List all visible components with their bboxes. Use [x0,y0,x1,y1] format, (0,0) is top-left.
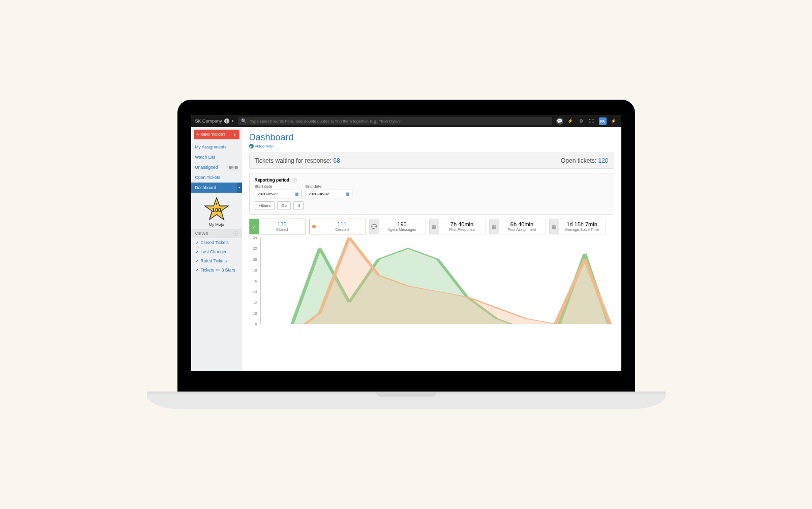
notification-badge: 1 [224,118,229,124]
avatar[interactable]: PA [599,117,607,125]
card-icon: 💬 [370,219,379,234]
waiting-value[interactable]: 68 [333,157,340,164]
topbar-icons: 💬 ⚡ ⚙ ⛶ PA ⚡ [556,117,617,125]
sidebar-item-open-tickets[interactable]: Open Tickets [191,172,242,183]
help-icon[interactable]: ? [233,231,238,236]
open-label: Open tickets: [561,157,598,164]
sidebar: +NEW TICKET ▼ My Assignments Watch List … [191,127,242,371]
y-tick: 10 [253,311,257,315]
video-help-link[interactable]: ▶video help [249,144,614,148]
help-icon[interactable]: ? [292,178,297,183]
views-header-label: VIEWS [195,231,208,236]
star-icon: 100 [204,197,229,221]
stat-card[interactable]: ▦6h 40minFirst Assignment [489,219,546,234]
view-item-last-changed[interactable]: ↗Last Changed [191,247,242,256]
sidebar-item-label: Unassigned [195,165,218,170]
external-link-icon: ↗ [195,268,199,273]
mojo-widget: 100 My Mojo [191,193,242,229]
card-value: 7h 40min [443,221,482,227]
stats-bar: Tickets waiting for response: 68 Open ti… [249,153,614,169]
end-date-input[interactable] [306,190,344,198]
bezel: SK Company 1 ▼ 🔍 💬 ⚡ ⚙ ⛶ PA ⚡ +NEW TICKE… [177,100,635,392]
stat-card[interactable]: 💬190Agent Messages [369,219,426,234]
chart-svg [261,237,614,324]
stat-cards: ✓135Closed111Created💬190Agent Messages▦7… [249,219,614,234]
stat-card[interactable]: 111Created [309,219,366,234]
go-button[interactable]: Go [277,201,291,210]
waiting-label: Tickets waiting for response: [255,157,334,164]
start-date-col: Start date ▦ [255,184,302,198]
page-header: Dashboard ▶video help [242,127,621,153]
card-icon: ▦ [550,219,559,234]
start-date-label: Start date [255,184,302,189]
chart-plot [260,237,614,324]
reporting-period-box: Reporting period:? Start date ▦ End date… [249,173,614,215]
new-ticket-label: NEW TICKET [200,132,225,137]
card-value: 111 [323,221,362,227]
view-label: Last Changed [201,249,228,254]
expand-icon[interactable]: ⛶ [588,117,595,125]
y-tick: 8 [255,322,257,326]
play-icon: ▶ [249,144,254,148]
company-selector[interactable]: SK Company 1 ▼ [195,118,234,124]
search-bar: 🔍 [238,117,552,125]
sidebar-item-label: Watch List [195,155,215,160]
filters-button[interactable]: +filters [255,201,275,210]
search-input[interactable] [250,119,549,124]
open-stat: Open tickets: 120 [561,157,608,164]
open-value[interactable]: 120 [598,157,608,164]
card-icon: ▦ [490,219,499,234]
date-row: Start date ▦ End date ▦ [255,184,609,198]
sidebar-item-watchlist[interactable]: Watch List [191,152,242,162]
view-item-lowstars[interactable]: ↗Tickets <= 3 Stars [191,265,242,275]
bolt-icon[interactable]: ⚡ [610,117,617,125]
plus-icon: + [197,132,199,137]
calendar-icon[interactable]: ▦ [293,190,302,198]
new-ticket-button[interactable]: +NEW TICKET ▼ [194,130,239,139]
app-body: +NEW TICKET ▼ My Assignments Watch List … [191,127,621,371]
calendar-icon[interactable]: ▦ [344,190,352,198]
search-icon: 🔍 [241,118,247,124]
view-item-closed[interactable]: ↗Closed Tickets [191,238,242,247]
y-tick: 16 [253,279,257,283]
card-value: 135 [263,221,302,227]
company-name: SK Company [195,118,222,124]
card-label: Closed [263,227,302,232]
y-tick: 22 [253,247,257,250]
period-label-text: Reporting period: [255,177,291,183]
external-link-icon: ↗ [195,259,199,263]
chevron-down-icon[interactable]: ▾ [237,183,242,193]
card-icon: ▦ [430,219,439,234]
laptop-frame: SK Company 1 ▼ 🔍 💬 ⚡ ⚙ ⛶ PA ⚡ +NEW TICKE… [177,100,635,409]
y-tick: 24 [253,236,257,239]
chat-icon[interactable]: 💬 [556,117,563,125]
main-content: Dashboard ▶video help Tickets waiting fo… [242,127,621,371]
view-item-rated[interactable]: ↗Rated Tickets [191,256,242,265]
sidebar-item-dashboard[interactable]: Dashboard▾ [191,183,242,193]
page-title: Dashboard [249,132,614,143]
stat-card[interactable]: ✓135Closed [249,219,306,234]
topbar: SK Company 1 ▼ 🔍 💬 ⚡ ⚙ ⛶ PA ⚡ [191,115,621,127]
download-button[interactable]: ⬇ [293,201,304,210]
y-axis: 81012141618202224 [249,237,259,324]
laptop-base [147,392,666,409]
stat-card[interactable]: ▦7h 40minFirst Response [429,219,486,234]
screen: SK Company 1 ▼ 🔍 💬 ⚡ ⚙ ⛶ PA ⚡ +NEW TICKE… [191,115,621,371]
view-label: Tickets <= 3 Stars [201,267,235,273]
svg-text:100: 100 [212,207,221,213]
sidebar-item-unassigned[interactable]: Unassigned10 [191,162,242,172]
filter-button-row: +filters Go ⬇ [255,201,609,210]
card-label: Agent Messages [383,227,422,232]
flame-icon[interactable]: ⚡ [567,117,574,125]
end-date-col: End date ▦ [306,184,352,198]
start-date-input[interactable] [255,190,293,198]
chevron-down-icon: ▼ [231,119,234,123]
chart-area: 81012141618202224 [249,237,614,324]
mojo-label: My Mojo [191,222,242,227]
external-link-icon: ↗ [195,241,199,245]
sidebar-item-assignments[interactable]: My Assignments [191,142,242,152]
card-value: 6h 40min [503,221,542,227]
stat-card[interactable]: ▦1d 15h 7minAverage Solve Time [549,219,606,234]
sidebar-item-label: My Assignments [195,144,227,149]
gear-icon[interactable]: ⚙ [578,117,585,125]
